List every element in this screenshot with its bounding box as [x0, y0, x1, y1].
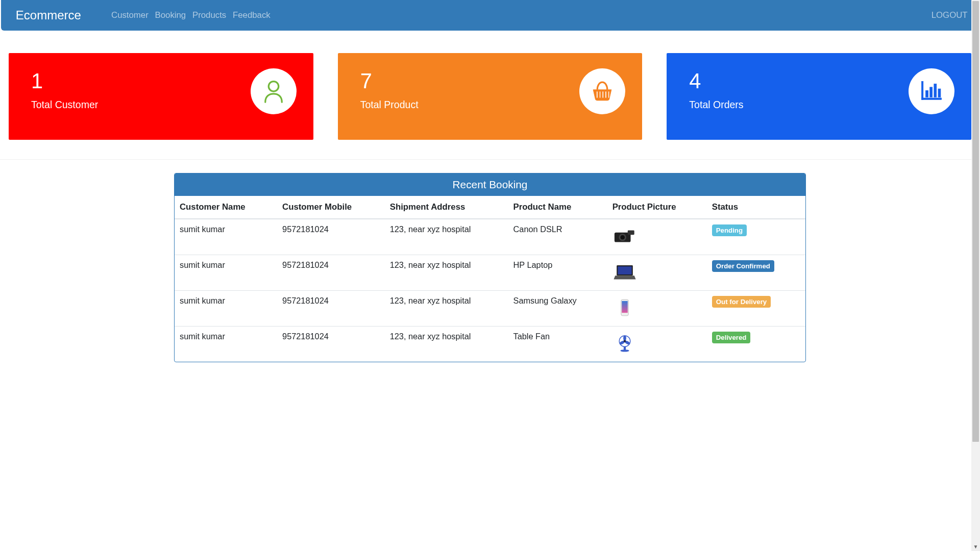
brand-link[interactable]: Ecommerce	[9, 4, 89, 27]
cell-customer: sumit kumar	[175, 291, 278, 327]
svg-rect-5	[608, 91, 609, 98]
cell-picture	[608, 291, 708, 327]
svg-point-0	[268, 82, 279, 92]
stat-card-orders[interactable]: 4 Total Orders	[667, 53, 971, 140]
svg-rect-20	[622, 301, 628, 313]
cell-address: 123, near xyz hospital	[386, 327, 509, 362]
svg-rect-10	[934, 84, 937, 97]
svg-rect-3	[602, 91, 603, 98]
navbar: Ecommerce Customer Booking Products Feed…	[1, 0, 979, 31]
divider	[0, 159, 980, 160]
cell-status: Out for Delivery	[708, 291, 805, 327]
table-row: sumit kumar9572181024123, near xyz hospi…	[175, 219, 805, 255]
col-status: Status	[708, 196, 805, 219]
cell-customer: sumit kumar	[175, 255, 278, 291]
cell-mobile: 9572181024	[278, 291, 386, 327]
stat-value: 7	[360, 65, 580, 94]
status-badge: Order Confirmed	[712, 260, 774, 272]
nav-feedback[interactable]: Feedback	[230, 6, 274, 24]
stat-value: 4	[689, 65, 909, 94]
col-product-name: Product Name	[509, 196, 608, 219]
svg-rect-26	[623, 347, 625, 350]
recent-booking-section: Recent Booking Customer Name Customer Mo…	[168, 173, 812, 362]
table-header-row: Customer Name Customer Mobile Shipment A…	[175, 196, 805, 219]
stat-value: 1	[31, 65, 251, 94]
svg-point-27	[620, 350, 629, 352]
user-icon	[251, 68, 297, 114]
cell-picture	[608, 255, 708, 291]
scrollbar[interactable]: ▲ ▼	[971, 0, 980, 362]
cell-picture	[608, 219, 708, 255]
svg-rect-1	[597, 91, 598, 98]
svg-rect-2	[600, 91, 601, 98]
svg-point-14	[620, 235, 625, 240]
cell-picture	[608, 327, 708, 362]
cell-product: HP Laptop	[509, 255, 608, 291]
cell-customer: sumit kumar	[175, 327, 278, 362]
col-shipment-address: Shipment Address	[386, 196, 509, 219]
table-row: sumit kumar9572181024123, near xyz hospi…	[175, 291, 805, 327]
basket-icon	[579, 68, 625, 114]
stat-label: Total Product	[360, 94, 580, 111]
svg-marker-18	[614, 276, 635, 280]
table-row: sumit kumar9572181024123, near xyz hospi…	[175, 327, 805, 362]
cell-mobile: 9572181024	[278, 327, 386, 362]
col-customer-name: Customer Name	[175, 196, 278, 219]
chart-icon	[909, 68, 954, 114]
logout-link[interactable]: LOGOUT	[928, 6, 971, 24]
cell-product: Canon DSLR	[509, 219, 608, 255]
booking-table: Customer Name Customer Mobile Shipment A…	[175, 196, 805, 362]
svg-rect-4	[605, 91, 606, 98]
svg-rect-6	[922, 82, 923, 100]
cell-address: 123, near xyz hospital	[386, 255, 509, 291]
nav-booking[interactable]: Booking	[152, 6, 189, 24]
cell-mobile: 9572181024	[278, 255, 386, 291]
col-customer-mobile: Customer Mobile	[278, 196, 386, 219]
stat-card-customer[interactable]: 1 Total Customer	[9, 53, 313, 140]
stat-label: Total Orders	[689, 94, 909, 111]
stat-label: Total Customer	[31, 94, 251, 111]
product-phone-icon	[612, 296, 637, 319]
col-product-picture: Product Picture	[608, 196, 708, 219]
navbar-right: LOGOUT	[928, 10, 971, 20]
svg-rect-11	[938, 89, 941, 97]
cell-status: Order Confirmed	[708, 255, 805, 291]
table-row: sumit kumar9572181024123, near xyz hospi…	[175, 255, 805, 291]
cell-product: Samsung Galaxy	[509, 291, 608, 327]
status-badge: Out for Delivery	[712, 296, 771, 308]
svg-rect-17	[618, 267, 631, 275]
status-badge: Delivered	[712, 332, 751, 343]
svg-rect-8	[926, 90, 928, 97]
svg-point-25	[623, 340, 625, 342]
cell-mobile: 9572181024	[278, 219, 386, 255]
cell-customer: sumit kumar	[175, 219, 278, 255]
stat-card-product[interactable]: 7 Total Product	[338, 53, 643, 140]
nav-customer[interactable]: Customer	[108, 6, 152, 24]
product-camera-icon	[612, 224, 637, 248]
table-title: Recent Booking	[175, 173, 805, 196]
cell-product: Table Fan	[509, 327, 608, 362]
stats-row: 1 Total Customer 7 Total Product 4 Total…	[0, 31, 980, 140]
status-badge: Pending	[712, 224, 747, 236]
svg-rect-15	[627, 231, 634, 235]
svg-rect-7	[922, 98, 942, 99]
nav-products[interactable]: Products	[189, 6, 230, 24]
cell-status: Pending	[708, 219, 805, 255]
cell-address: 123, near xyz hospital	[386, 291, 509, 327]
cell-address: 123, near xyz hospital	[386, 219, 509, 255]
cell-status: Delivered	[708, 327, 805, 362]
svg-rect-9	[930, 87, 933, 97]
nav-links: Customer Booking Products Feedback	[108, 10, 274, 20]
product-fan-icon	[612, 332, 637, 355]
product-laptop-icon	[612, 260, 637, 284]
scroll-thumb[interactable]	[972, 1, 979, 362]
